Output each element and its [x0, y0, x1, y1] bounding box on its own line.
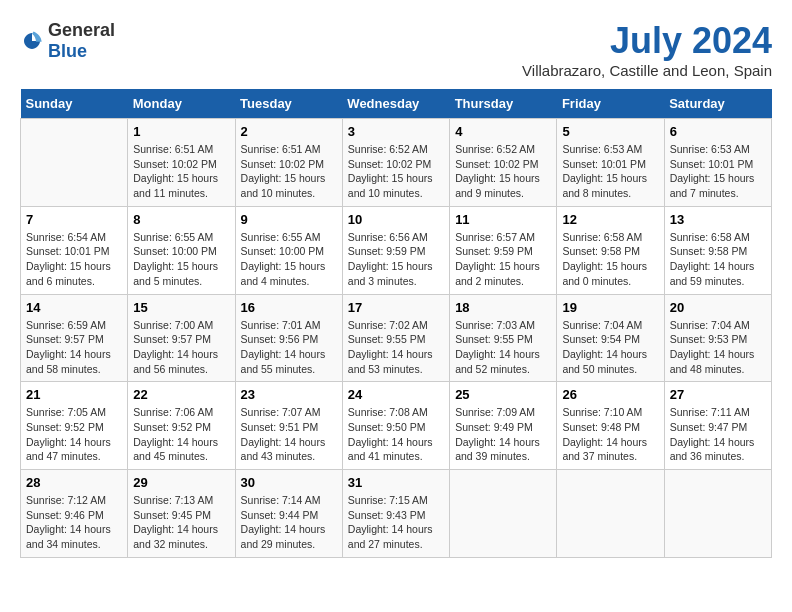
day-number: 28 — [26, 475, 122, 490]
calendar-day-cell: 16Sunrise: 7:01 AMSunset: 9:56 PMDayligh… — [235, 294, 342, 382]
day-info: Sunrise: 7:04 AMSunset: 9:53 PMDaylight:… — [670, 318, 766, 377]
calendar-week-row: 7Sunrise: 6:54 AMSunset: 10:01 PMDayligh… — [21, 206, 772, 294]
title-section: July 2024 Villabrazaro, Castille and Leo… — [522, 20, 772, 79]
logo: General Blue — [20, 20, 115, 62]
day-number: 18 — [455, 300, 551, 315]
day-number: 21 — [26, 387, 122, 402]
calendar-day-cell: 17Sunrise: 7:02 AMSunset: 9:55 PMDayligh… — [342, 294, 449, 382]
calendar-day-cell: 26Sunrise: 7:10 AMSunset: 9:48 PMDayligh… — [557, 382, 664, 470]
calendar-day-cell — [664, 470, 771, 558]
day-number: 17 — [348, 300, 444, 315]
day-number: 13 — [670, 212, 766, 227]
calendar-day-cell: 1Sunrise: 6:51 AMSunset: 10:02 PMDayligh… — [128, 119, 235, 207]
logo-icon — [20, 29, 44, 53]
day-info: Sunrise: 6:52 AMSunset: 10:02 PMDaylight… — [455, 142, 551, 201]
logo-text: General Blue — [48, 20, 115, 62]
day-number: 6 — [670, 124, 766, 139]
day-number: 24 — [348, 387, 444, 402]
calendar-day-cell: 14Sunrise: 6:59 AMSunset: 9:57 PMDayligh… — [21, 294, 128, 382]
logo-general: General — [48, 20, 115, 40]
day-number: 11 — [455, 212, 551, 227]
day-number: 7 — [26, 212, 122, 227]
day-number: 25 — [455, 387, 551, 402]
day-info: Sunrise: 7:09 AMSunset: 9:49 PMDaylight:… — [455, 405, 551, 464]
day-info: Sunrise: 6:59 AMSunset: 9:57 PMDaylight:… — [26, 318, 122, 377]
calendar-day-cell: 10Sunrise: 6:56 AMSunset: 9:59 PMDayligh… — [342, 206, 449, 294]
day-info: Sunrise: 6:58 AMSunset: 9:58 PMDaylight:… — [562, 230, 658, 289]
calendar-day-cell: 25Sunrise: 7:09 AMSunset: 9:49 PMDayligh… — [450, 382, 557, 470]
calendar-day-cell: 22Sunrise: 7:06 AMSunset: 9:52 PMDayligh… — [128, 382, 235, 470]
day-info: Sunrise: 7:13 AMSunset: 9:45 PMDaylight:… — [133, 493, 229, 552]
day-number: 2 — [241, 124, 337, 139]
weekday-header: Monday — [128, 89, 235, 119]
calendar-header-row: SundayMondayTuesdayWednesdayThursdayFrid… — [21, 89, 772, 119]
day-number: 15 — [133, 300, 229, 315]
day-number: 30 — [241, 475, 337, 490]
calendar-day-cell: 4Sunrise: 6:52 AMSunset: 10:02 PMDayligh… — [450, 119, 557, 207]
day-number: 22 — [133, 387, 229, 402]
calendar-day-cell: 24Sunrise: 7:08 AMSunset: 9:50 PMDayligh… — [342, 382, 449, 470]
day-number: 26 — [562, 387, 658, 402]
day-info: Sunrise: 7:10 AMSunset: 9:48 PMDaylight:… — [562, 405, 658, 464]
day-info: Sunrise: 7:11 AMSunset: 9:47 PMDaylight:… — [670, 405, 766, 464]
calendar-day-cell: 13Sunrise: 6:58 AMSunset: 9:58 PMDayligh… — [664, 206, 771, 294]
day-info: Sunrise: 7:02 AMSunset: 9:55 PMDaylight:… — [348, 318, 444, 377]
calendar-day-cell: 30Sunrise: 7:14 AMSunset: 9:44 PMDayligh… — [235, 470, 342, 558]
day-info: Sunrise: 6:56 AMSunset: 9:59 PMDaylight:… — [348, 230, 444, 289]
day-info: Sunrise: 7:12 AMSunset: 9:46 PMDaylight:… — [26, 493, 122, 552]
day-info: Sunrise: 6:53 AMSunset: 10:01 PMDaylight… — [670, 142, 766, 201]
calendar-day-cell: 31Sunrise: 7:15 AMSunset: 9:43 PMDayligh… — [342, 470, 449, 558]
calendar-day-cell: 11Sunrise: 6:57 AMSunset: 9:59 PMDayligh… — [450, 206, 557, 294]
day-number: 31 — [348, 475, 444, 490]
day-info: Sunrise: 6:51 AMSunset: 10:02 PMDaylight… — [133, 142, 229, 201]
calendar-day-cell: 7Sunrise: 6:54 AMSunset: 10:01 PMDayligh… — [21, 206, 128, 294]
day-info: Sunrise: 7:06 AMSunset: 9:52 PMDaylight:… — [133, 405, 229, 464]
day-info: Sunrise: 7:08 AMSunset: 9:50 PMDaylight:… — [348, 405, 444, 464]
day-info: Sunrise: 7:07 AMSunset: 9:51 PMDaylight:… — [241, 405, 337, 464]
calendar-day-cell: 6Sunrise: 6:53 AMSunset: 10:01 PMDayligh… — [664, 119, 771, 207]
weekday-header: Sunday — [21, 89, 128, 119]
day-info: Sunrise: 6:51 AMSunset: 10:02 PMDaylight… — [241, 142, 337, 201]
day-number: 9 — [241, 212, 337, 227]
calendar-day-cell: 23Sunrise: 7:07 AMSunset: 9:51 PMDayligh… — [235, 382, 342, 470]
weekday-header: Tuesday — [235, 89, 342, 119]
calendar-day-cell — [21, 119, 128, 207]
day-info: Sunrise: 6:55 AMSunset: 10:00 PMDaylight… — [241, 230, 337, 289]
calendar-week-row: 14Sunrise: 6:59 AMSunset: 9:57 PMDayligh… — [21, 294, 772, 382]
day-number: 23 — [241, 387, 337, 402]
weekday-header: Thursday — [450, 89, 557, 119]
calendar-day-cell: 9Sunrise: 6:55 AMSunset: 10:00 PMDayligh… — [235, 206, 342, 294]
day-number: 4 — [455, 124, 551, 139]
day-number: 10 — [348, 212, 444, 227]
day-number: 16 — [241, 300, 337, 315]
day-info: Sunrise: 6:57 AMSunset: 9:59 PMDaylight:… — [455, 230, 551, 289]
calendar-week-row: 28Sunrise: 7:12 AMSunset: 9:46 PMDayligh… — [21, 470, 772, 558]
day-info: Sunrise: 7:05 AMSunset: 9:52 PMDaylight:… — [26, 405, 122, 464]
calendar-week-row: 1Sunrise: 6:51 AMSunset: 10:02 PMDayligh… — [21, 119, 772, 207]
weekday-header: Saturday — [664, 89, 771, 119]
day-number: 14 — [26, 300, 122, 315]
weekday-header: Friday — [557, 89, 664, 119]
day-info: Sunrise: 7:15 AMSunset: 9:43 PMDaylight:… — [348, 493, 444, 552]
day-number: 12 — [562, 212, 658, 227]
calendar-day-cell: 8Sunrise: 6:55 AMSunset: 10:00 PMDayligh… — [128, 206, 235, 294]
day-info: Sunrise: 7:03 AMSunset: 9:55 PMDaylight:… — [455, 318, 551, 377]
day-number: 1 — [133, 124, 229, 139]
subtitle: Villabrazaro, Castille and Leon, Spain — [522, 62, 772, 79]
calendar-week-row: 21Sunrise: 7:05 AMSunset: 9:52 PMDayligh… — [21, 382, 772, 470]
weekday-header: Wednesday — [342, 89, 449, 119]
day-info: Sunrise: 7:04 AMSunset: 9:54 PMDaylight:… — [562, 318, 658, 377]
day-info: Sunrise: 7:01 AMSunset: 9:56 PMDaylight:… — [241, 318, 337, 377]
calendar-day-cell: 2Sunrise: 6:51 AMSunset: 10:02 PMDayligh… — [235, 119, 342, 207]
day-info: Sunrise: 6:55 AMSunset: 10:00 PMDaylight… — [133, 230, 229, 289]
day-number: 8 — [133, 212, 229, 227]
day-info: Sunrise: 6:54 AMSunset: 10:01 PMDaylight… — [26, 230, 122, 289]
logo-blue: Blue — [48, 41, 87, 61]
calendar-day-cell: 3Sunrise: 6:52 AMSunset: 10:02 PMDayligh… — [342, 119, 449, 207]
calendar-table: SundayMondayTuesdayWednesdayThursdayFrid… — [20, 89, 772, 558]
page-header: General Blue July 2024 Villabrazaro, Cas… — [20, 20, 772, 79]
day-info: Sunrise: 7:14 AMSunset: 9:44 PMDaylight:… — [241, 493, 337, 552]
calendar-day-cell: 28Sunrise: 7:12 AMSunset: 9:46 PMDayligh… — [21, 470, 128, 558]
calendar-day-cell: 20Sunrise: 7:04 AMSunset: 9:53 PMDayligh… — [664, 294, 771, 382]
day-number: 5 — [562, 124, 658, 139]
